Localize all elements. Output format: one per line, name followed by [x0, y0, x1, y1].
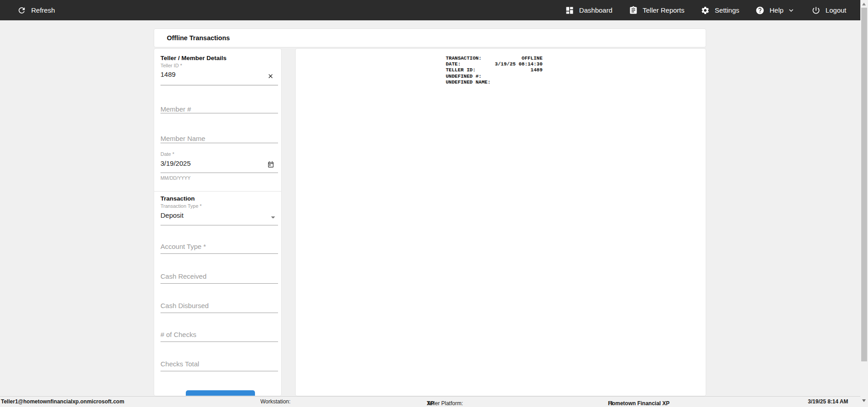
section-title-transaction: Transaction [160, 195, 278, 202]
dashboard-icon [565, 6, 574, 15]
receipt-value: 1489 [531, 67, 542, 73]
nav-dashboard-label: Dashboard [579, 6, 612, 14]
date-format-hint: MM/DD/YYYY [160, 175, 278, 181]
teller-id-input[interactable]: 1489 [160, 70, 278, 78]
checks-total-input[interactable]: Checks Total [160, 360, 278, 368]
teller-member-form-panel: Teller / Member Details Teller ID * 1489… [154, 48, 282, 396]
member-number-underline [160, 113, 278, 113]
receipt-row: TRANSACTION: OFFLINE [446, 56, 542, 61]
nav-teller-reports-label: Teller Reports [643, 6, 685, 14]
date-input[interactable]: 3/19/2025 [160, 159, 278, 167]
scrollbar-thumb[interactable] [861, 8, 867, 361]
receipt-label: UNDEFINED #: [446, 74, 481, 80]
member-name-input[interactable]: Member Name [160, 135, 278, 142]
receipt-value: 3/19/25 08:14:30 [495, 61, 542, 67]
refresh-icon [17, 6, 26, 15]
date-underline [160, 173, 278, 173]
nav-right-group: Dashboard Teller Reports Settings Help [565, 6, 846, 15]
transaction-type-underline [160, 225, 278, 225]
refresh-button[interactable]: Refresh [17, 6, 55, 15]
nav-dashboard[interactable]: Dashboard [565, 6, 612, 15]
teller-platform-value: XP [427, 400, 434, 407]
transaction-receipt: TRANSACTION: OFFLINE DATE: 3/19/25 08:14… [446, 56, 542, 85]
arrow-drop-down-icon[interactable] [268, 212, 278, 224]
cash-received-input[interactable]: Cash Received [160, 272, 278, 280]
receipt-row: TELLER ID: 1489 [446, 67, 542, 73]
receipt-row: UNDEFINED #: [446, 74, 542, 80]
account-type-input[interactable]: Account Type * [160, 243, 278, 250]
receipt-label: TRANSACTION: [446, 56, 481, 61]
chevron-down-icon [787, 6, 795, 14]
transaction-preview-panel: TRANSACTION: OFFLINE DATE: 3/19/25 08:14… [295, 48, 706, 396]
transaction-type-label: Transaction Type * [160, 203, 278, 209]
member-number-input[interactable]: Member # [160, 105, 278, 113]
logged-in-user: Teller1@hometownfinancialxp.onmicrosoft.… [1, 398, 124, 405]
receipt-label: TELLER ID: [446, 67, 476, 73]
clipboard-icon [629, 6, 638, 15]
checks-total-underline [160, 371, 278, 371]
nav-settings-label: Settings [715, 6, 739, 14]
teller-id-underline [160, 85, 278, 85]
receipt-label: DATE: [446, 61, 461, 67]
transaction-type-select[interactable]: Deposit [160, 211, 278, 219]
cash-received-underline [160, 283, 278, 284]
power-icon [811, 6, 821, 15]
page-title-card: Offline Transactions [154, 28, 706, 47]
section-title-teller-member: Teller / Member Details [160, 55, 278, 61]
submit-button[interactable] [186, 390, 255, 396]
help-icon [755, 6, 764, 15]
section-divider [154, 191, 282, 192]
calendar-icon[interactable] [267, 161, 274, 170]
teller-id-label: Teller ID * [160, 63, 278, 68]
num-checks-input[interactable]: # of Checks [160, 331, 278, 338]
nav-teller-reports[interactable]: Teller Reports [629, 6, 685, 15]
receipt-value: OFFLINE [522, 56, 542, 61]
scroll-up-icon[interactable] [862, 3, 866, 5]
nav-logout[interactable]: Logout [811, 6, 846, 15]
receipt-row: UNDEFINED NAME: [446, 80, 542, 85]
cash-disbursed-underline [160, 313, 278, 313]
receipt-label: UNDEFINED NAME: [446, 80, 491, 85]
member-name-underline [160, 143, 278, 143]
num-checks-underline [160, 342, 278, 342]
refresh-label: Refresh [31, 6, 55, 14]
top-nav-bar: Refresh Dashboard Teller Reports Setting… [0, 0, 868, 20]
nav-logout-label: Logout [826, 6, 846, 14]
workstation-label: Workstation: [260, 398, 290, 405]
fi-value: Hometown Financial XP [608, 400, 670, 407]
receipt-row: DATE: 3/19/25 08:14:30 [446, 61, 542, 67]
clear-icon[interactable] [267, 73, 274, 81]
date-label: Date * [160, 151, 278, 157]
nav-help-label: Help [769, 6, 783, 14]
gear-icon [701, 6, 710, 15]
cash-disbursed-input[interactable]: Cash Disbursed [160, 302, 278, 309]
account-type-underline [160, 253, 278, 254]
page-scrollbar[interactable] [860, 0, 868, 407]
nav-settings[interactable]: Settings [701, 6, 739, 15]
status-bar: Teller1@hometownfinancialxp.onmicrosoft.… [0, 396, 868, 407]
scroll-down-icon[interactable] [862, 399, 866, 402]
page-title: Offline Transactions [167, 34, 230, 42]
nav-help[interactable]: Help [755, 6, 795, 15]
status-datetime: 3/19/25 8:14 AM [808, 398, 848, 405]
